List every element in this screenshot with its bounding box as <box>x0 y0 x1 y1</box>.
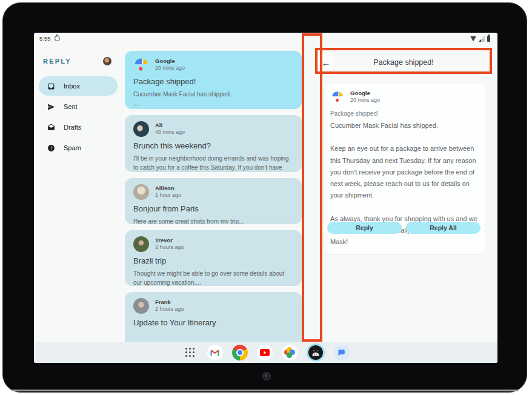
status-bar: 5:55 <box>34 33 497 45</box>
chrome-icon[interactable] <box>232 345 248 360</box>
spam-icon <box>47 144 55 152</box>
avatar <box>133 298 149 314</box>
email-sender: Ali <box>155 122 185 129</box>
inbox-icon <box>47 82 55 90</box>
device-screen: 5:55 REPLY Inbox Sent <box>34 33 497 363</box>
google-parachute-logo-icon <box>331 90 344 104</box>
email-list-item-trevor[interactable]: Trevor 2 hours ago Brazil trip Thought w… <box>125 230 302 286</box>
email-list: Google 20 mins ago Package shipped! Cucu… <box>125 51 302 363</box>
app-title: REPLY <box>43 58 71 65</box>
email-subject: Bonjour from Paris <box>133 204 292 213</box>
cell-signal-icon <box>479 36 485 42</box>
email-sender: Google <box>155 58 185 65</box>
email-preview: Thought we might be able to go over some… <box>133 269 292 286</box>
email-subject: Package shipped! <box>133 77 292 86</box>
email-time: 2 hours ago <box>155 244 184 251</box>
sidebar-nav: Inbox Sent Drafts Spam <box>39 76 118 159</box>
sidebar-item-label: Drafts <box>64 124 81 131</box>
detail-paragraph: Keep an eye out for a package to arrive … <box>328 143 480 201</box>
email-list-item-allison[interactable]: Allison 1 hour ago Bonjour from Paris He… <box>125 178 302 224</box>
tablet-edge-highlight <box>12 390 518 391</box>
detail-time: 20 mins ago <box>350 97 380 104</box>
email-subject: Brazil trip <box>133 256 292 265</box>
sidebar-item-sent[interactable]: Sent <box>39 97 118 116</box>
launcher-dock <box>34 342 497 363</box>
detail-subject-label: Package shipped! <box>328 110 480 117</box>
reply-button[interactable]: Reply <box>327 222 402 234</box>
profile-avatar[interactable] <box>103 57 111 65</box>
email-time: 20 mins ago <box>155 65 185 72</box>
sidebar-item-label: Sent <box>64 103 78 110</box>
email-time: 1 hour ago <box>155 192 181 199</box>
reply-app-icon[interactable] <box>307 344 325 362</box>
email-sender: Trevor <box>155 237 184 244</box>
email-subject: Brunch this weekend? <box>133 141 292 150</box>
email-time: 40 mins ago <box>155 129 185 136</box>
avatar <box>133 236 149 252</box>
front-camera <box>262 372 271 380</box>
email-preview: Here are some great shots from my trip..… <box>133 217 292 224</box>
sidebar-item-label: Inbox <box>64 82 80 90</box>
send-icon <box>47 103 55 111</box>
messages-icon[interactable] <box>334 345 350 360</box>
email-sender: Frank <box>155 299 184 306</box>
photos-icon[interactable] <box>282 345 298 360</box>
status-time: 5:55 <box>39 35 51 42</box>
email-preview: Cucumber Mask Facial has shipped. ... <box>133 90 292 108</box>
google-parachute-logo-icon <box>133 57 149 73</box>
detail-paragraph: Cucumber Mask Facial has shipped. <box>328 120 480 131</box>
avatar <box>133 184 149 200</box>
annotation-box-pane-divider <box>302 33 322 342</box>
email-time: 2 hours ago <box>155 306 184 313</box>
email-detail-card: Google 20 mins ago Package shipped! Cucu… <box>324 84 485 254</box>
drafts-icon <box>47 124 55 131</box>
gmail-icon[interactable] <box>207 345 223 360</box>
sidebar-item-drafts[interactable]: Drafts <box>39 118 118 137</box>
app-grid-icon[interactable] <box>182 345 198 360</box>
youtube-icon[interactable] <box>257 345 273 360</box>
detail-sender: Google <box>350 90 380 97</box>
email-subject: Update to Your Itinerary <box>133 318 292 327</box>
email-sender: Allison <box>155 185 181 192</box>
wifi-icon <box>470 36 476 42</box>
annotation-box-detail-header <box>315 48 492 74</box>
sidebar-item-label: Spam <box>64 144 81 151</box>
sidebar-item-spam[interactable]: Spam <box>39 138 118 158</box>
battery-icon <box>487 36 490 42</box>
reply-all-button[interactable]: Reply All <box>406 222 480 234</box>
email-preview: I'll be in your neighborhood doing erran… <box>133 154 292 172</box>
sidebar-item-inbox[interactable]: Inbox <box>39 76 118 96</box>
email-list-item-google[interactable]: Google 20 mins ago Package shipped! Cucu… <box>125 51 302 109</box>
avatar <box>133 121 149 137</box>
tablet-frame: 5:55 REPLY Inbox Sent <box>2 2 527 393</box>
stopwatch-icon <box>55 36 60 41</box>
email-list-item-ali[interactable]: Ali 40 mins ago Brunch this weekend? I'l… <box>125 115 302 172</box>
